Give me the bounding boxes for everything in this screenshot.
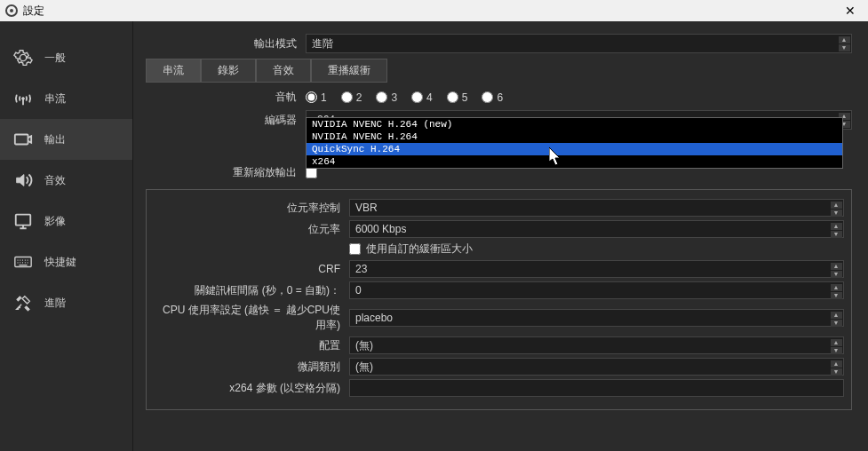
keyframe-input[interactable]: 0 ▲▼ — [349, 281, 844, 299]
sidebar-item-stream[interactable]: 串流 — [0, 78, 132, 119]
content-area: 輸出模式 進階 ▲▼ 串流 錄影 音效 重播緩衝 音軌 1 2 3 4 5 6 — [133, 21, 868, 451]
encoder-label: 編碼器 — [146, 113, 306, 128]
app-icon — [5, 4, 18, 17]
rate-control-label: 位元率控制 — [154, 201, 349, 216]
audio-track-5[interactable]: 5 — [447, 91, 468, 104]
sidebar-item-output[interactable]: 輸出 — [0, 119, 132, 160]
audio-track-2[interactable]: 2 — [341, 91, 362, 104]
gear-icon — [12, 47, 34, 68]
window-title: 設定 — [23, 4, 44, 19]
custom-buffer-label: 使用自訂的緩衝區大小 — [366, 241, 473, 257]
x264opts-input[interactable] — [349, 379, 844, 397]
audio-track-4[interactable]: 4 — [411, 91, 433, 104]
sidebar-item-general[interactable]: 一般 — [0, 37, 132, 78]
output-mode-select[interactable]: 進階 ▲▼ — [306, 34, 852, 53]
audio-track-1[interactable]: 1 — [306, 91, 327, 104]
sidebar-item-hotkeys[interactable]: 快捷鍵 — [0, 241, 132, 282]
profile-select[interactable]: (無) ▲▼ — [349, 336, 844, 354]
cpu-preset-select[interactable]: placebo ▲▼ — [349, 309, 844, 327]
audio-track-3[interactable]: 3 — [376, 91, 397, 104]
rate-control-select[interactable]: VBR ▲▼ — [349, 199, 844, 217]
encoder-dropdown[interactable]: NVIDIA NVENC H.264 (new) NVIDIA NVENC H.… — [306, 117, 843, 169]
sidebar-item-video[interactable]: 影像 — [0, 201, 132, 241]
svg-rect-1 — [15, 135, 28, 145]
tune-select[interactable]: (無) ▲▼ — [349, 358, 844, 376]
broadcast-icon — [12, 88, 34, 109]
sidebar-item-label: 一般 — [44, 51, 66, 66]
output-mode-label: 輸出模式 — [146, 36, 306, 51]
sidebar: 一般 串流 輸出 音效 影像 — [0, 21, 133, 451]
encoder-option-x264[interactable]: x264 — [307, 155, 842, 168]
sidebar-item-label: 進階 — [44, 296, 66, 311]
custom-buffer-checkbox[interactable] — [349, 243, 361, 255]
encoder-option-nvenc-new[interactable]: NVIDIA NVENC H.264 (new) — [307, 118, 842, 131]
tab-audio[interactable]: 音效 — [256, 59, 311, 83]
tab-recording[interactable]: 錄影 — [201, 59, 256, 83]
tune-label: 微調類別 — [154, 360, 349, 375]
encoder-settings-panel: 位元率控制 VBR ▲▼ 位元率 6000 Kbps ▲▼ 使用自訂的緩衝區大小 — [146, 189, 852, 410]
profile-label: 配置 — [154, 338, 349, 353]
tab-replay-buffer[interactable]: 重播緩衝 — [311, 59, 387, 83]
keyframe-label: 關鍵訊框間隔 (秒，0 = 自動)： — [154, 283, 349, 298]
sidebar-item-label: 輸出 — [44, 132, 66, 147]
bitrate-label: 位元率 — [154, 222, 349, 237]
audio-tracks-group: 1 2 3 4 5 6 — [306, 91, 503, 104]
sidebar-item-audio[interactable]: 音效 — [0, 160, 132, 201]
keyboard-icon — [12, 251, 34, 273]
crf-label: CRF — [154, 263, 349, 275]
sidebar-item-advanced[interactable]: 進階 — [0, 282, 132, 323]
cpu-preset-label: CPU 使用率設定 (越快 ＝ 越少CPU使用率) — [154, 303, 349, 333]
close-button[interactable]: ✕ — [838, 4, 863, 18]
encoder-option-nvenc[interactable]: NVIDIA NVENC H.264 — [307, 131, 842, 143]
tools-icon — [12, 292, 34, 313]
titlebar: 設定 ✕ — [0, 0, 868, 21]
svg-rect-2 — [16, 215, 31, 226]
audio-track-6[interactable]: 6 — [482, 91, 503, 104]
speaker-icon — [12, 170, 34, 191]
sidebar-item-label: 串流 — [44, 91, 66, 107]
crf-input[interactable]: 23 ▲▼ — [349, 260, 844, 278]
output-tabs: 串流 錄影 音效 重播緩衝 — [146, 59, 852, 83]
tab-streaming[interactable]: 串流 — [146, 59, 201, 83]
monitor-icon — [12, 210, 34, 232]
x264opts-label: x264 參數 (以空格分隔) — [154, 381, 349, 396]
audio-tracks-label: 音軌 — [146, 90, 306, 105]
output-icon — [12, 129, 34, 150]
sidebar-item-label: 影像 — [44, 214, 66, 229]
sidebar-item-label: 音效 — [44, 173, 66, 188]
encoder-option-quicksync[interactable]: QuickSync H.264 — [307, 143, 842, 155]
sidebar-item-label: 快捷鍵 — [44, 255, 76, 270]
bitrate-input[interactable]: 6000 Kbps ▲▼ — [349, 220, 844, 238]
rescale-label: 重新縮放輸出 — [146, 165, 306, 180]
